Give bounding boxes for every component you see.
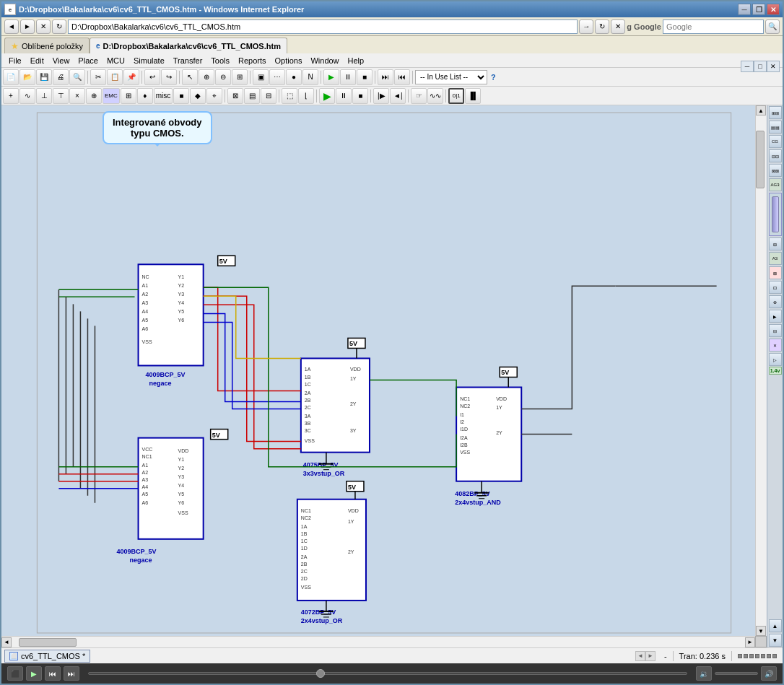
t2-btn2[interactable]: ∿ bbox=[19, 88, 35, 104]
open-btn[interactable]: 📂 bbox=[19, 69, 35, 85]
t2-btn14[interactable]: ⊠ bbox=[227, 88, 243, 104]
menu-mcu[interactable]: MCU bbox=[103, 55, 129, 66]
pb-vol-down[interactable]: 🔉 bbox=[696, 666, 712, 681]
pb-next-btn[interactable]: ⏭ bbox=[64, 666, 79, 681]
menu-window[interactable]: Window bbox=[306, 55, 343, 66]
t2-btn1[interactable]: + bbox=[3, 88, 19, 104]
close-button[interactable]: ✕ bbox=[767, 4, 780, 15]
pb-progress-area[interactable] bbox=[82, 672, 693, 675]
sidebar-btn-8[interactable]: A3 bbox=[769, 252, 782, 265]
select-btn[interactable]: ↖ bbox=[182, 69, 198, 85]
restore-button[interactable]: ❐ bbox=[752, 4, 765, 15]
cut-btn[interactable]: ✂ bbox=[90, 69, 106, 85]
sidebar-btn-1[interactable]: ⊞⊞ bbox=[769, 106, 782, 119]
save-btn[interactable]: 💾 bbox=[36, 69, 52, 85]
in-use-list[interactable]: -- In Use List -- bbox=[415, 70, 487, 84]
menu-transfer[interactable]: Transfer bbox=[169, 55, 207, 66]
inner-close[interactable]: ✕ bbox=[767, 61, 780, 72]
minimize-button[interactable]: ─ bbox=[738, 4, 751, 15]
zoom-out-btn[interactable]: ⊖ bbox=[215, 69, 231, 85]
undo-btn[interactable]: ↩ bbox=[144, 69, 160, 85]
t2-btn6[interactable]: ⊕ bbox=[86, 88, 102, 104]
t2-btn7[interactable]: EMC bbox=[103, 88, 120, 104]
zoom-in-btn[interactable]: ⊕ bbox=[199, 69, 214, 85]
schematic-area[interactable]: Integrované obvodytypu CMOS. NC A1 A2 A3… bbox=[1, 105, 767, 647]
pb-play-btn[interactable]: ▶ bbox=[26, 666, 42, 681]
scroll-left-btn[interactable]: ◄ bbox=[1, 637, 12, 647]
inner-restore[interactable]: □ bbox=[754, 61, 767, 72]
pb-vol-up[interactable]: 🔊 bbox=[761, 666, 777, 681]
sidebar-btn-10[interactable]: ⊡ bbox=[769, 281, 782, 294]
address-bar[interactable] bbox=[68, 19, 578, 34]
pb-stop-btn[interactable]: ⬛ bbox=[7, 666, 23, 681]
sidebar-btn-6[interactable]: AG3 bbox=[769, 178, 782, 191]
net-btn[interactable]: N bbox=[302, 69, 318, 85]
scroll-up-btn[interactable]: ▲ bbox=[756, 105, 766, 115]
t2-btn11[interactable]: ■ bbox=[173, 88, 189, 104]
back-button[interactable]: ◄ bbox=[4, 19, 19, 34]
t2-counter[interactable]: 0|1 bbox=[448, 88, 464, 104]
scroll-down-btn[interactable]: ▼ bbox=[756, 626, 766, 636]
junction-btn[interactable]: ● bbox=[286, 69, 302, 85]
wire-btn[interactable]: ⋯ bbox=[269, 69, 285, 85]
main-tab[interactable]: e D:\Dropbox\Bakalarka\cv6\cv6_TTL_CMOS.… bbox=[90, 38, 287, 53]
menu-help[interactable]: Help bbox=[344, 55, 369, 66]
sidebar-btn-13[interactable]: ⊟ bbox=[769, 324, 782, 337]
t2-btn13[interactable]: ⌖ bbox=[206, 88, 222, 104]
go-button[interactable]: → bbox=[579, 19, 593, 34]
inner-minimize[interactable]: ─ bbox=[741, 61, 754, 72]
sidebar-btn-14[interactable]: ✕ bbox=[769, 339, 782, 352]
t2-extra[interactable]: ∿∿ bbox=[427, 88, 443, 104]
menu-view[interactable]: View bbox=[48, 55, 74, 66]
sidebar-btn-3[interactable]: CG bbox=[769, 135, 782, 148]
menu-place[interactable]: Place bbox=[74, 55, 103, 66]
t2-backstep[interactable]: ◄| bbox=[390, 88, 406, 104]
pb-prev-btn[interactable]: ⏮ bbox=[45, 666, 61, 681]
run-btn[interactable]: ▶ bbox=[323, 69, 339, 85]
t2-pause[interactable]: ⏸ bbox=[336, 88, 352, 104]
scrollbar-horizontal[interactable]: ◄ ► bbox=[1, 636, 755, 647]
help-btn[interactable]: ? bbox=[491, 73, 496, 82]
scroll-thumb-v[interactable] bbox=[756, 131, 765, 188]
menu-edit[interactable]: Edit bbox=[26, 55, 48, 66]
t2-btn18[interactable]: ⌊ bbox=[298, 88, 314, 104]
sidebar-btn-15[interactable]: ▷ bbox=[769, 353, 782, 366]
t2-btn3[interactable]: ⊥ bbox=[36, 88, 52, 104]
t2-btn5[interactable]: × bbox=[69, 88, 85, 104]
search-input[interactable] bbox=[663, 19, 764, 34]
t2-stop[interactable]: ■ bbox=[352, 88, 368, 104]
pb-progress-thumb[interactable] bbox=[316, 669, 325, 678]
stop-sim-btn[interactable]: ■ bbox=[357, 69, 373, 85]
zoom-fit-btn[interactable]: ⊞ bbox=[232, 69, 248, 85]
sidebar-btn-2[interactable]: ▤▤ bbox=[769, 121, 782, 134]
pb-volume-bar[interactable] bbox=[715, 672, 758, 675]
redo-btn[interactable]: ↪ bbox=[161, 69, 177, 85]
search-button[interactable]: 🔍 bbox=[765, 19, 780, 34]
tab-prev-btn[interactable]: ◄ bbox=[635, 651, 645, 661]
schema-tab[interactable]: ⬜ cv6_TTL_CMOS * bbox=[4, 650, 90, 663]
copy-btn[interactable]: 📋 bbox=[107, 69, 123, 85]
comp-btn[interactable]: ▣ bbox=[253, 69, 269, 85]
scrollbar-vertical[interactable]: ▲ ▼ bbox=[755, 105, 767, 636]
sidebar-btn-5[interactable]: ⊠⊠ bbox=[769, 164, 782, 177]
scroll-right-btn[interactable]: ► bbox=[745, 637, 755, 647]
forward-button[interactable]: ► bbox=[20, 19, 35, 34]
sidebar-scroll-up[interactable]: ▲ bbox=[769, 619, 782, 632]
sidebar-btn-7[interactable]: ⊞ bbox=[769, 237, 782, 250]
paste-btn[interactable]: 📌 bbox=[123, 69, 139, 85]
zoom-btn[interactable]: 🔍 bbox=[69, 69, 85, 85]
t2-btn15[interactable]: ▤ bbox=[244, 88, 260, 104]
sidebar-btn-4[interactable]: ⊟⊟ bbox=[769, 149, 782, 162]
menu-reports[interactable]: Reports bbox=[234, 55, 271, 66]
stop-button2[interactable]: ✕ bbox=[611, 19, 625, 34]
menu-file[interactable]: File bbox=[4, 55, 26, 66]
favorites-tab[interactable]: ★ Oblíbené položky bbox=[4, 38, 90, 53]
sidebar-btn-9[interactable]: ⊠ bbox=[769, 266, 782, 279]
t2-step[interactable]: |▶ bbox=[373, 88, 389, 104]
t2-run[interactable]: ▶ bbox=[319, 88, 335, 104]
sidebar-btn-12[interactable]: ▶ bbox=[769, 310, 782, 323]
t2-btn12[interactable]: ◆ bbox=[190, 88, 206, 104]
menu-options[interactable]: Options bbox=[271, 55, 307, 66]
print-btn[interactable]: 🖨 bbox=[53, 69, 69, 85]
tab-next-btn[interactable]: ► bbox=[645, 651, 655, 661]
